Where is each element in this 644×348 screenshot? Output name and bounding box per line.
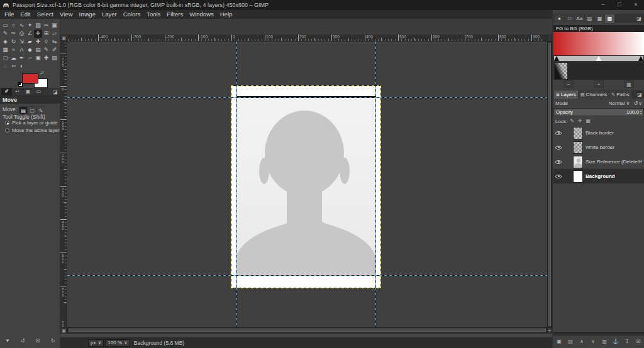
- tool-scissors-select[interactable]: ✂: [42, 21, 50, 30]
- tool-rotate[interactable]: ↻: [9, 38, 18, 46]
- layer-row[interactable]: Size Reference (Delete/Hide me): [553, 155, 644, 169]
- visibility-eye-icon[interactable]: [555, 160, 562, 164]
- layers-menu-button[interactable]: ◪: [636, 92, 643, 97]
- dialog-tab-patterns[interactable]: □: [565, 14, 574, 23]
- mode-dropdown[interactable]: Normal ∨: [609, 101, 630, 106]
- guide-horizontal[interactable]: [67, 275, 547, 276]
- minimize-button[interactable]: –: [595, 0, 611, 10]
- tool-move[interactable]: ✛: [34, 30, 42, 38]
- button-reset-tool-options[interactable]: ↻: [48, 337, 57, 345]
- dialog-tab-fonts[interactable]: Aa: [575, 14, 584, 23]
- unit-select[interactable]: px ∨: [88, 339, 104, 347]
- dock-scrollbar[interactable]: [553, 332, 644, 335]
- button-new-layer-group[interactable]: ▤: [567, 338, 575, 345]
- tool-gradient[interactable]: ▤: [34, 46, 42, 54]
- dialog-tab-document-history[interactable]: ▤: [585, 14, 594, 23]
- tool-paths[interactable]: ✎: [1, 30, 9, 38]
- horizontal-scrollbar[interactable]: [67, 327, 547, 334]
- tool-cage-transform[interactable]: ▦: [1, 46, 9, 54]
- tool-scale[interactable]: ⇲: [18, 38, 26, 46]
- zoom-follow-button[interactable]: [547, 35, 552, 41]
- dialog-tab-brushes[interactable]: ●: [555, 14, 564, 23]
- tool-measure[interactable]: ∠: [26, 30, 34, 38]
- tab-paths[interactable]: ✎Paths: [609, 90, 631, 99]
- tool-rectangle-select[interactable]: ▭: [1, 21, 9, 30]
- menu-colors[interactable]: Colors: [120, 10, 143, 19]
- tab-pointer[interactable]: ▭: [33, 88, 44, 95]
- gradient-zoom-in[interactable]: +: [594, 80, 604, 88]
- horizontal-scrollbar-thumb[interactable]: [69, 329, 546, 332]
- mode-switch-button[interactable]: ↺ ∨: [633, 101, 642, 106]
- menu-image[interactable]: Image: [76, 10, 99, 19]
- segment-endpoint-left[interactable]: [554, 56, 559, 61]
- button-anchor-layer[interactable]: ⚓: [612, 338, 620, 345]
- tool-bucket-fill[interactable]: ◆: [26, 46, 34, 54]
- button-merge-down[interactable]: ↧: [623, 338, 631, 345]
- gradient-segment-slider[interactable]: [553, 55, 644, 62]
- menu-layer[interactable]: Layer: [99, 10, 120, 19]
- opacity-spinner[interactable]: ▴ ▾: [640, 110, 641, 115]
- quickmask-toggle[interactable]: ▣: [60, 327, 67, 334]
- radio-option[interactable]: Pick a layer or guide: [5, 119, 60, 126]
- tab-tool-options[interactable]: ✐: [1, 88, 12, 95]
- menu-tools[interactable]: Tools: [143, 10, 164, 19]
- tool-zoom[interactable]: ◎: [18, 30, 26, 38]
- foreground-color-swatch[interactable]: [22, 73, 38, 84]
- menu-select[interactable]: Select: [34, 10, 57, 19]
- tool-blur-sharpen[interactable]: ◌: [1, 62, 9, 70]
- opacity-slider[interactable]: Opacity 100.0 ▴ ▾: [553, 108, 644, 116]
- close-button[interactable]: ×: [628, 0, 644, 10]
- maximize-button[interactable]: □: [611, 0, 628, 10]
- button-lock-pixels[interactable]: ✎: [570, 117, 574, 125]
- guide-vertical[interactable]: [375, 41, 376, 327]
- tool-text[interactable]: A: [18, 46, 26, 54]
- gradient-list-thumbnail[interactable]: [555, 63, 567, 79]
- tool-warp[interactable]: ≈: [9, 46, 18, 54]
- button-delete-tool-preset[interactable]: ☒: [33, 337, 42, 345]
- navigation-button[interactable]: ✛: [547, 327, 552, 334]
- vertical-scrollbar-thumb[interactable]: [548, 43, 551, 326]
- button-duplicate-layer[interactable]: ▥: [601, 338, 609, 345]
- menu-edit[interactable]: Edit: [17, 10, 33, 19]
- tool-shear[interactable]: ▰: [26, 38, 34, 46]
- gradient-zoom-out[interactable]: −: [564, 80, 574, 88]
- ruler-corner-button[interactable]: ▣: [60, 35, 67, 41]
- tool-smudge[interactable]: ∾: [9, 62, 18, 70]
- tool-ink[interactable]: ✒: [18, 54, 26, 62]
- tab-menu-button[interactable]: ◪: [52, 89, 59, 95]
- guide-vertical[interactable]: [236, 41, 237, 327]
- tool-perspective[interactable]: ◊: [42, 38, 50, 46]
- button-new-layer[interactable]: ▣: [555, 338, 564, 345]
- gradient-name[interactable]: FG to BG (RGB): [553, 25, 644, 32]
- button-lower-layer[interactable]: ∨: [589, 338, 597, 345]
- zoom-select[interactable]: 100 % ∨: [105, 339, 130, 347]
- menu-windows[interactable]: Windows: [186, 10, 217, 19]
- tool-heal[interactable]: ✚: [42, 54, 50, 62]
- menu-file[interactable]: File: [1, 10, 17, 19]
- button-delete-layer[interactable]: ☒: [635, 338, 643, 345]
- horizontal-ruler[interactable]: -400-300-200-100010020030040050060070080…: [67, 35, 547, 41]
- tool-paintbrush[interactable]: ✐: [50, 46, 58, 54]
- image-passport[interactable]: [231, 86, 380, 288]
- visibility-eye-icon[interactable]: [555, 175, 562, 178]
- layer-row[interactable]: Black border: [553, 126, 644, 140]
- dialog-tab-gradients[interactable]: ▩: [605, 14, 614, 23]
- tool-flip[interactable]: ⇋: [50, 38, 58, 46]
- button-raise-layer[interactable]: ∧: [578, 338, 586, 345]
- tool-perspective-clone[interactable]: ▨: [50, 54, 58, 62]
- button-lock-position[interactable]: ✛: [578, 117, 582, 125]
- tool-eraser[interactable]: ◻: [1, 54, 9, 62]
- tab-layers[interactable]: ≣Layers: [554, 90, 578, 99]
- tool-fuzzy-select[interactable]: ✦: [26, 21, 34, 30]
- menu-view[interactable]: View: [57, 10, 75, 19]
- layer-row[interactable]: White border: [553, 140, 644, 155]
- tab-channels[interactable]: ▤Channels: [579, 90, 609, 99]
- canvas[interactable]: [67, 41, 547, 327]
- tool-handle-transform[interactable]: ✚: [34, 38, 42, 46]
- tool-color-picker[interactable]: ✑: [9, 30, 18, 38]
- dialog-tab-images[interactable]: ▦: [595, 14, 604, 23]
- vertical-ruler[interactable]: -1000100200300400500600700: [60, 41, 67, 327]
- tab-device-status[interactable]: ↩: [12, 88, 23, 95]
- dialog-menu-button[interactable]: ◪: [635, 16, 643, 21]
- tool-free-select[interactable]: ∿: [18, 21, 26, 30]
